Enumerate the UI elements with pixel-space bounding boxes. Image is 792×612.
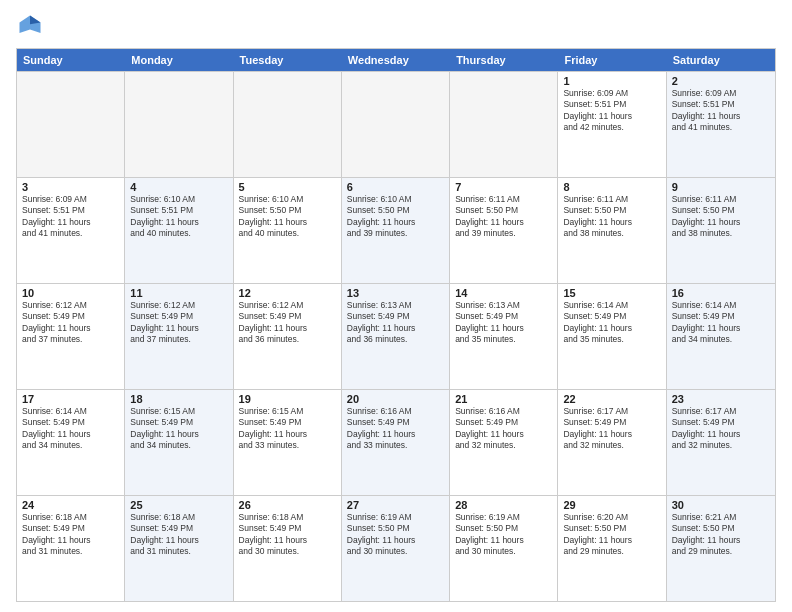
calendar-cell: 8Sunrise: 6:11 AM Sunset: 5:50 PM Daylig…: [558, 178, 666, 283]
calendar-cell: 5Sunrise: 6:10 AM Sunset: 5:50 PM Daylig…: [234, 178, 342, 283]
calendar-cell: 4Sunrise: 6:10 AM Sunset: 5:51 PM Daylig…: [125, 178, 233, 283]
day-info: Sunrise: 6:09 AM Sunset: 5:51 PM Dayligh…: [22, 194, 119, 240]
calendar-row: 1Sunrise: 6:09 AM Sunset: 5:51 PM Daylig…: [17, 71, 775, 177]
day-number: 5: [239, 181, 336, 193]
calendar-cell: 29Sunrise: 6:20 AM Sunset: 5:50 PM Dayli…: [558, 496, 666, 601]
calendar-cell: [450, 72, 558, 177]
day-number: 17: [22, 393, 119, 405]
day-info: Sunrise: 6:17 AM Sunset: 5:49 PM Dayligh…: [563, 406, 660, 452]
top-section: [16, 12, 776, 40]
day-info: Sunrise: 6:10 AM Sunset: 5:50 PM Dayligh…: [347, 194, 444, 240]
day-info: Sunrise: 6:11 AM Sunset: 5:50 PM Dayligh…: [672, 194, 770, 240]
day-info: Sunrise: 6:09 AM Sunset: 5:51 PM Dayligh…: [672, 88, 770, 134]
calendar-cell: 30Sunrise: 6:21 AM Sunset: 5:50 PM Dayli…: [667, 496, 775, 601]
calendar-cell: 25Sunrise: 6:18 AM Sunset: 5:49 PM Dayli…: [125, 496, 233, 601]
calendar-cell: 27Sunrise: 6:19 AM Sunset: 5:50 PM Dayli…: [342, 496, 450, 601]
calendar-cell: 2Sunrise: 6:09 AM Sunset: 5:51 PM Daylig…: [667, 72, 775, 177]
day-number: 1: [563, 75, 660, 87]
day-number: 10: [22, 287, 119, 299]
day-info: Sunrise: 6:13 AM Sunset: 5:49 PM Dayligh…: [455, 300, 552, 346]
day-number: 8: [563, 181, 660, 193]
calendar-cell: 22Sunrise: 6:17 AM Sunset: 5:49 PM Dayli…: [558, 390, 666, 495]
day-info: Sunrise: 6:17 AM Sunset: 5:49 PM Dayligh…: [672, 406, 770, 452]
day-info: Sunrise: 6:14 AM Sunset: 5:49 PM Dayligh…: [563, 300, 660, 346]
calendar-row: 10Sunrise: 6:12 AM Sunset: 5:49 PM Dayli…: [17, 283, 775, 389]
calendar-row: 17Sunrise: 6:14 AM Sunset: 5:49 PM Dayli…: [17, 389, 775, 495]
calendar-cell: 19Sunrise: 6:15 AM Sunset: 5:49 PM Dayli…: [234, 390, 342, 495]
day-number: 15: [563, 287, 660, 299]
calendar-cell: 16Sunrise: 6:14 AM Sunset: 5:49 PM Dayli…: [667, 284, 775, 389]
calendar-cell: 17Sunrise: 6:14 AM Sunset: 5:49 PM Dayli…: [17, 390, 125, 495]
calendar-cell: 14Sunrise: 6:13 AM Sunset: 5:49 PM Dayli…: [450, 284, 558, 389]
day-info: Sunrise: 6:10 AM Sunset: 5:51 PM Dayligh…: [130, 194, 227, 240]
day-info: Sunrise: 6:19 AM Sunset: 5:50 PM Dayligh…: [347, 512, 444, 558]
day-info: Sunrise: 6:13 AM Sunset: 5:49 PM Dayligh…: [347, 300, 444, 346]
day-number: 14: [455, 287, 552, 299]
calendar-cell: 15Sunrise: 6:14 AM Sunset: 5:49 PM Dayli…: [558, 284, 666, 389]
logo-icon: [16, 12, 44, 40]
day-number: 24: [22, 499, 119, 511]
day-number: 22: [563, 393, 660, 405]
day-number: 19: [239, 393, 336, 405]
day-info: Sunrise: 6:15 AM Sunset: 5:49 PM Dayligh…: [239, 406, 336, 452]
day-info: Sunrise: 6:14 AM Sunset: 5:49 PM Dayligh…: [22, 406, 119, 452]
day-info: Sunrise: 6:12 AM Sunset: 5:49 PM Dayligh…: [130, 300, 227, 346]
day-number: 13: [347, 287, 444, 299]
day-number: 18: [130, 393, 227, 405]
day-number: 9: [672, 181, 770, 193]
day-info: Sunrise: 6:16 AM Sunset: 5:49 PM Dayligh…: [455, 406, 552, 452]
day-info: Sunrise: 6:16 AM Sunset: 5:49 PM Dayligh…: [347, 406, 444, 452]
calendar-cell: 26Sunrise: 6:18 AM Sunset: 5:49 PM Dayli…: [234, 496, 342, 601]
calendar-cell: 28Sunrise: 6:19 AM Sunset: 5:50 PM Dayli…: [450, 496, 558, 601]
header-day-thursday: Thursday: [450, 49, 558, 71]
header-day-friday: Friday: [558, 49, 666, 71]
calendar-body: 1Sunrise: 6:09 AM Sunset: 5:51 PM Daylig…: [17, 71, 775, 601]
header-day-monday: Monday: [125, 49, 233, 71]
day-number: 3: [22, 181, 119, 193]
day-number: 21: [455, 393, 552, 405]
calendar: SundayMondayTuesdayWednesdayThursdayFrid…: [16, 48, 776, 602]
page: SundayMondayTuesdayWednesdayThursdayFrid…: [0, 0, 792, 612]
day-number: 6: [347, 181, 444, 193]
calendar-cell: [234, 72, 342, 177]
day-number: 4: [130, 181, 227, 193]
calendar-cell: 6Sunrise: 6:10 AM Sunset: 5:50 PM Daylig…: [342, 178, 450, 283]
calendar-cell: 20Sunrise: 6:16 AM Sunset: 5:49 PM Dayli…: [342, 390, 450, 495]
day-info: Sunrise: 6:20 AM Sunset: 5:50 PM Dayligh…: [563, 512, 660, 558]
calendar-cell: 11Sunrise: 6:12 AM Sunset: 5:49 PM Dayli…: [125, 284, 233, 389]
day-number: 25: [130, 499, 227, 511]
day-info: Sunrise: 6:11 AM Sunset: 5:50 PM Dayligh…: [563, 194, 660, 240]
day-info: Sunrise: 6:14 AM Sunset: 5:49 PM Dayligh…: [672, 300, 770, 346]
calendar-cell: 12Sunrise: 6:12 AM Sunset: 5:49 PM Dayli…: [234, 284, 342, 389]
day-number: 20: [347, 393, 444, 405]
day-info: Sunrise: 6:15 AM Sunset: 5:49 PM Dayligh…: [130, 406, 227, 452]
header-day-wednesday: Wednesday: [342, 49, 450, 71]
day-number: 30: [672, 499, 770, 511]
calendar-header: SundayMondayTuesdayWednesdayThursdayFrid…: [17, 49, 775, 71]
calendar-cell: 23Sunrise: 6:17 AM Sunset: 5:49 PM Dayli…: [667, 390, 775, 495]
logo: [16, 12, 48, 40]
day-info: Sunrise: 6:11 AM Sunset: 5:50 PM Dayligh…: [455, 194, 552, 240]
day-info: Sunrise: 6:18 AM Sunset: 5:49 PM Dayligh…: [130, 512, 227, 558]
calendar-cell: 7Sunrise: 6:11 AM Sunset: 5:50 PM Daylig…: [450, 178, 558, 283]
day-info: Sunrise: 6:09 AM Sunset: 5:51 PM Dayligh…: [563, 88, 660, 134]
calendar-cell: 9Sunrise: 6:11 AM Sunset: 5:50 PM Daylig…: [667, 178, 775, 283]
calendar-row: 24Sunrise: 6:18 AM Sunset: 5:49 PM Dayli…: [17, 495, 775, 601]
calendar-cell: 3Sunrise: 6:09 AM Sunset: 5:51 PM Daylig…: [17, 178, 125, 283]
header-day-saturday: Saturday: [667, 49, 775, 71]
day-number: 23: [672, 393, 770, 405]
day-info: Sunrise: 6:12 AM Sunset: 5:49 PM Dayligh…: [239, 300, 336, 346]
day-info: Sunrise: 6:19 AM Sunset: 5:50 PM Dayligh…: [455, 512, 552, 558]
day-number: 12: [239, 287, 336, 299]
day-info: Sunrise: 6:10 AM Sunset: 5:50 PM Dayligh…: [239, 194, 336, 240]
day-number: 16: [672, 287, 770, 299]
day-number: 27: [347, 499, 444, 511]
header-day-sunday: Sunday: [17, 49, 125, 71]
calendar-cell: 10Sunrise: 6:12 AM Sunset: 5:49 PM Dayli…: [17, 284, 125, 389]
calendar-cell: [125, 72, 233, 177]
calendar-cell: 21Sunrise: 6:16 AM Sunset: 5:49 PM Dayli…: [450, 390, 558, 495]
day-info: Sunrise: 6:18 AM Sunset: 5:49 PM Dayligh…: [22, 512, 119, 558]
day-info: Sunrise: 6:12 AM Sunset: 5:49 PM Dayligh…: [22, 300, 119, 346]
header-day-tuesday: Tuesday: [234, 49, 342, 71]
day-number: 29: [563, 499, 660, 511]
